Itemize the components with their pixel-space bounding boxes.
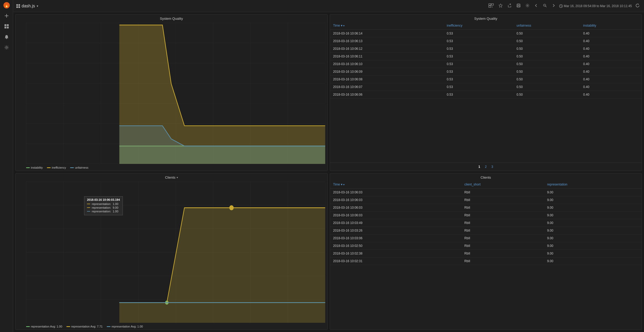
unfairness-column-header: unfairness	[514, 22, 580, 30]
time-cell: 2018-03-16 10:06:03	[330, 212, 461, 219]
svg-line-22	[545, 6, 546, 7]
system-quality-legend: instability inefficiency unfairness	[16, 165, 327, 171]
svg-point-19	[527, 5, 528, 6]
title-dropdown-arrow[interactable]: ▾	[37, 4, 38, 8]
save-button[interactable]	[515, 2, 522, 9]
system-quality-pagination: 1 2 3	[330, 163, 642, 171]
time-cell: 2018-03-16 10:02:38	[330, 250, 461, 257]
unfairness-cell: 0.50	[514, 53, 580, 60]
bell-icon[interactable]	[3, 34, 10, 40]
time-cell: 2018-03-16 10:06:09	[330, 68, 444, 76]
representation-cell: 9.00	[544, 257, 642, 265]
page-1-button[interactable]: 1	[477, 164, 482, 169]
refresh-button[interactable]	[635, 2, 641, 9]
table-row: 2018-03-16 10:06:03 RbII 9.00	[330, 204, 642, 212]
system-quality-table-scroll[interactable]: Time ▾ inefficiency unfairness instabili…	[330, 22, 642, 163]
representation-cell: 9.00	[544, 212, 642, 219]
inefficiency-cell: 0.53	[444, 45, 514, 53]
rep2-legend-label: representation Avg: 7.71	[71, 325, 103, 328]
nav-forward-button[interactable]	[551, 3, 556, 9]
table-row: 2018-03-16 10:06:07 0.53 0.50 0.40	[330, 83, 642, 91]
table-row: 2018-03-16 10:02:50 RbII 9.00	[330, 242, 642, 250]
unfairness-cell: 0.50	[514, 45, 580, 53]
clients-chart-title: Clients	[165, 175, 176, 179]
table-row: 2018-03-16 10:06:03 RbII 9.00	[330, 212, 642, 219]
inefficiency-cell: 0.53	[444, 91, 514, 99]
client-short-cell: RbII	[461, 227, 544, 235]
representation-column-header: representation	[544, 180, 642, 189]
svg-text:🔥: 🔥	[4, 3, 9, 8]
system-quality-table-title: System Quality	[330, 14, 642, 22]
svg-rect-18	[517, 6, 520, 7]
time-cell: 2018-03-16 10:06:07	[330, 83, 444, 91]
rep1-legend-label: representation Avg: 1.00	[31, 325, 62, 328]
time-cell: 2018-03-16 10:06:12	[330, 45, 444, 53]
table-row: 2018-03-16 10:06:03 RbII 9.00	[330, 189, 642, 196]
zoom-out-button[interactable]	[542, 2, 548, 9]
instability-legend-label: instability	[31, 166, 43, 169]
nav-back-button[interactable]	[533, 3, 539, 9]
clients-chart-area: 2018-03-16 10:06:03.194 representation: …	[16, 180, 327, 324]
table-row: 2018-03-16 10:02:38 RbII 9.00	[330, 250, 642, 257]
clients-table-scroll[interactable]: Time ▾ client_short representation 2018-…	[330, 180, 642, 330]
time-range[interactable]: Mar 16, 2018 09:54:09 to Mar 16, 2018 10…	[559, 4, 632, 8]
dashboard-title: dash.js	[22, 4, 35, 8]
add-icon[interactable]	[3, 13, 10, 19]
representation-cell: 9.00	[544, 196, 642, 204]
page-2-button[interactable]: 2	[483, 164, 488, 169]
time-cell: 2018-03-16 10:06:03	[330, 189, 461, 196]
dashboard-icon[interactable]	[3, 23, 10, 30]
table-row: 2018-03-16 10:03:49 RbII 9.00	[330, 219, 642, 227]
system-quality-chart-title: System Quality	[16, 14, 327, 22]
table-row: 2018-03-16 10:06:11 0.53 0.50 0.40	[330, 53, 642, 60]
inefficiency-cell: 0.53	[444, 30, 514, 37]
clients-table: Time ▾ client_short representation 2018-…	[330, 180, 642, 265]
legend-unfairness: unfairness	[70, 166, 88, 169]
page-3-button[interactable]: 3	[490, 164, 495, 169]
system-quality-table: Time ▾ inefficiency unfairness instabili…	[330, 22, 642, 99]
clients-chart-panel: Clients ▾ 2018-03-16 10:06:03.194 repres…	[15, 173, 328, 330]
legend-rep2: representation Avg: 7.71	[66, 325, 103, 328]
client-short-cell: RbII	[461, 212, 544, 219]
settings-button[interactable]	[524, 2, 531, 9]
system-quality-table-header: Time ▾ inefficiency unfairness instabili…	[330, 22, 642, 30]
unfairness-cell: 0.50	[514, 91, 580, 99]
client-short-cell: RbII	[461, 257, 544, 265]
representation-cell: 9.00	[544, 242, 642, 250]
legend-instability: instability	[26, 166, 43, 169]
add-panel-button[interactable]	[487, 2, 495, 9]
gear-icon[interactable]	[3, 44, 10, 51]
table-row: 2018-03-16 10:06:10 0.53 0.50 0.40	[330, 60, 642, 68]
clients-time-column-header[interactable]: Time ▾	[330, 180, 461, 189]
svg-marker-15	[499, 4, 502, 7]
logo-icon[interactable]: 🔥	[3, 2, 10, 8]
time-column-header[interactable]: Time ▾	[330, 22, 444, 30]
star-button[interactable]	[497, 2, 504, 9]
dashboard-content: System Quality 1.0 0.9 0.8 0.7 0.6	[13, 12, 644, 332]
instability-cell: 0.40	[580, 68, 642, 76]
system-quality-svg: 1.0 0.9 0.8 0.7 0.6 0.5 0.4 0.3 09:56 09…	[26, 23, 325, 164]
main-content: dash.js ▾	[13, 0, 644, 332]
legend-inefficiency: inefficiency	[47, 166, 66, 169]
svg-rect-17	[518, 4, 519, 5]
representation-cell: 9.00	[544, 219, 642, 227]
clients-dropdown-arrow[interactable]: ▾	[177, 176, 178, 179]
time-cell: 2018-03-16 10:06:10	[330, 60, 444, 68]
legend-rep3: representation Avg: 1.00	[107, 325, 143, 328]
table-row: 2018-03-16 10:06:12 0.53 0.50 0.40	[330, 45, 642, 53]
representation-cell: 9.00	[544, 189, 642, 196]
inefficiency-cell: 0.53	[444, 83, 514, 91]
clients-table-panel: Clients Time ▾ client_short representati…	[330, 173, 642, 330]
table-row: 2018-03-16 10:03:06 RbII 9.00	[330, 235, 642, 242]
time-cell: 2018-03-16 10:06:03	[330, 204, 461, 212]
svg-rect-11	[491, 4, 493, 5]
system-quality-table-panel: System Quality Time ▾ inefficiency unfai…	[330, 14, 642, 171]
grid-menu-icon	[16, 4, 20, 8]
share-button[interactable]	[506, 2, 513, 9]
inefficiency-cell: 0.53	[444, 76, 514, 83]
svg-rect-7	[7, 27, 9, 28]
inefficiency-legend-label: inefficiency	[52, 166, 66, 169]
time-cell: 2018-03-16 10:06:08	[330, 76, 444, 83]
client-short-cell: RbII	[461, 250, 544, 257]
time-cell: 2018-03-16 10:02:31	[330, 257, 461, 265]
